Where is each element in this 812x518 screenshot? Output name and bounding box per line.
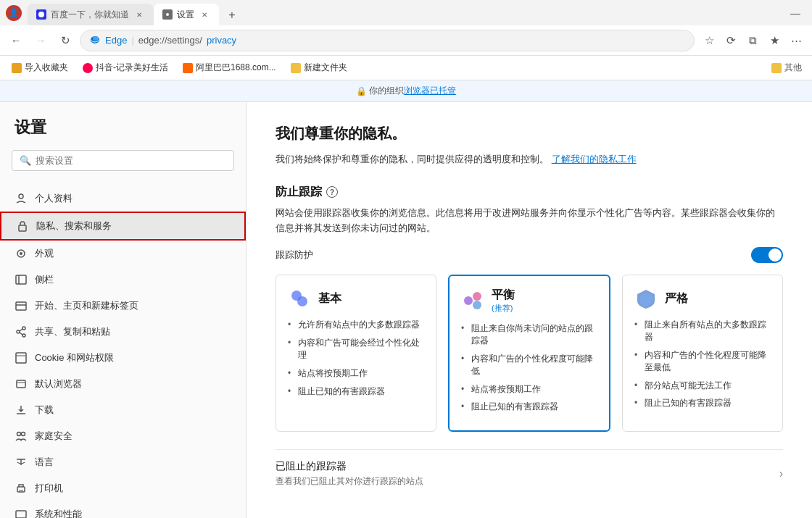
svg-point-33 [473,292,481,301]
bookmark-alibaba-label: 阿里巴巴1688.com... [196,62,276,74]
svg-point-14 [22,334,25,337]
blocked-trackers-row[interactable]: 已阻止的跟踪器 查看我们已阻止其对你进行跟踪的站点 › [276,449,783,498]
card-basic-item-2: 站点将按预期工作 [288,367,424,380]
bookmark-douyin-label: 抖音-记录美好生活 [96,62,168,74]
card-strict-title: 严格 [665,291,688,306]
address-separator: | [131,35,133,46]
tab-settings-close[interactable]: ✕ [199,9,210,20]
sidebar-item-profile[interactable]: 个人资料 [0,185,246,212]
privacy-work-link[interactable]: 了解我们的隐私工作 [552,154,637,164]
tab-settings[interactable]: 设置 ✕ [154,4,219,25]
address-brand: Edge [105,35,127,46]
bookmarks-more[interactable]: 其他 [767,59,806,76]
sidebar-item-sidebar[interactable]: 侧栏 [0,267,246,293]
bookmarks-bar: 导入收藏夹 抖音-记录美好生活 阿里巴巴1688.com... 新建文件夹 其他 [0,56,812,80]
sidebar-item-newtab[interactable]: 开始、主页和新建标签页 [0,293,246,319]
svg-line-15 [20,329,22,331]
svg-point-22 [17,433,21,436]
bookmarks-more-label: 其他 [784,62,802,74]
svg-rect-5 [19,225,26,231]
card-strict-title-wrap: 严格 [665,291,688,306]
svg-point-12 [22,327,25,330]
split-view-button[interactable]: ⧉ [742,30,763,51]
sidebar-item-downloads[interactable]: 下载 [0,397,246,423]
default-browser-icon [14,377,28,390]
sidebar-item-defaultbrowser[interactable]: 默认浏览器 [0,371,246,397]
search-settings-box[interactable]: 🔍 [12,150,234,171]
tracking-toggle[interactable] [751,247,783,263]
svg-point-0 [38,12,44,17]
sidebar-item-privacy[interactable]: 隐私、搜索和服务 [0,212,246,241]
bookmark-import-label: 导入收藏夹 [25,62,68,74]
family-icon [14,430,28,443]
cookie-icon [14,351,28,364]
collections-button[interactable]: ★ [764,30,784,51]
card-basic-item-1: 内容和广告可能会经过个性化处理 [288,337,424,362]
bookmarks-more-icon [771,63,782,73]
card-basic-title-wrap: 基本 [318,291,341,306]
sidebar-item-language[interactable]: 语言 [0,449,246,475]
help-icon[interactable]: ? [326,186,338,198]
org-banner-link[interactable]: 浏览器已托管 [404,85,456,97]
language-icon [14,456,28,469]
card-strict-item-1: 内容和广告的个性化程度可能降至最低 [634,349,771,374]
card-balanced-title: 平衡 [492,288,515,303]
content-main-desc: 我们将始终保护和尊重你的隐私，同时提供应得的透明度和控制。 了解我们的隐私工作 [276,152,783,167]
svg-rect-8 [16,275,26,284]
card-balanced[interactable]: 平衡 (推荐) 阻止来自你尚未访问的站点的跟踪器 内容和广告的个性化程度可能降低… [448,275,610,432]
tab-baidu-close[interactable]: ✕ [133,9,145,20]
refresh-nav-button[interactable]: ⟳ [721,30,741,51]
favorites-button[interactable]: ☆ [699,30,719,51]
new-tab-button[interactable]: + [222,5,242,25]
back-button[interactable]: ← [6,30,26,51]
card-strict-item-2: 部分站点可能无法工作 [634,380,771,392]
sidebar-item-family[interactable]: 家庭安全 [0,423,246,449]
refresh-button[interactable]: ↻ [55,30,75,51]
blocked-trackers-content: 已阻止的跟踪器 查看我们已阻止其对你进行跟踪的站点 [276,460,423,488]
more-button[interactable]: ⋯ [786,30,806,51]
card-balanced-icon [461,289,484,312]
card-balanced-subtitle: (推荐) [492,303,515,314]
card-basic[interactable]: 基本 允许所有站点中的大多数跟踪器 内容和广告可能会经过个性化处理 站点将按预期… [276,275,436,432]
sidebar-item-downloads-label: 下载 [35,404,54,417]
search-icon: 🔍 [20,155,31,166]
sidebar-item-cookie-label: Cookie 和网站权限 [35,351,114,364]
sidebar-item-system[interactable]: 系统和性能 [0,501,246,518]
tab-baidu[interactable]: 百度一下，你就知道 ✕ [28,4,154,25]
profile-avatar[interactable]: 👤 [6,5,22,21]
sidebar-item-share-label: 共享、复制和粘贴 [35,325,110,338]
svg-point-32 [464,296,473,305]
sidebar-item-printer[interactable]: 打印机 [0,475,246,501]
sidebar-item-appearance-label: 外观 [35,247,54,260]
svg-point-4 [19,194,23,199]
forward-button[interactable]: → [30,30,51,51]
sidebar-item-cookie[interactable]: Cookie 和网站权限 [0,345,246,371]
card-balanced-item-2: 站点将按预期工作 [461,383,597,396]
edge-brand-icon [89,33,101,47]
svg-point-7 [20,252,22,255]
address-bar[interactable]: Edge | edge://settings/privacy [80,30,695,51]
svg-rect-25 [19,490,23,491]
bookmark-douyin[interactable]: 抖音-记录美好生活 [77,59,174,76]
svg-point-34 [473,301,481,309]
search-settings-input[interactable] [36,155,226,166]
card-strict[interactable]: 严格 阻止来自所有站点的大多数跟踪器 内容和广告的个性化程度可能降至最低 部分站… [622,275,783,432]
card-strict-item-0: 阻止来自所有站点的大多数跟踪器 [634,319,771,343]
sidebar-item-share[interactable]: 共享、复制和粘贴 [0,319,246,345]
bookmark-alibaba[interactable]: 阿里巴巴1688.com... [177,59,282,76]
appearance-icon [14,247,28,260]
sidebar-item-appearance[interactable]: 外观 [0,241,246,267]
bookmark-newfolder[interactable]: 新建文件夹 [285,59,353,76]
download-icon [14,404,28,417]
content-main-title: 我们尊重你的隐私。 [276,124,783,143]
baidu-favicon [36,9,46,20]
tracking-header: 跟踪防护 [276,247,783,263]
bookmark-douyin-icon [83,63,93,73]
minimize-button[interactable]: — [784,5,806,21]
card-basic-icon [288,287,311,310]
lock-icon: 🔒 [356,86,367,96]
system-icon [14,508,28,518]
tab-settings-label: 设置 [177,9,194,21]
bookmark-import[interactable]: 导入收藏夹 [6,59,74,76]
blocked-trackers-title: 已阻止的跟踪器 [276,460,423,473]
